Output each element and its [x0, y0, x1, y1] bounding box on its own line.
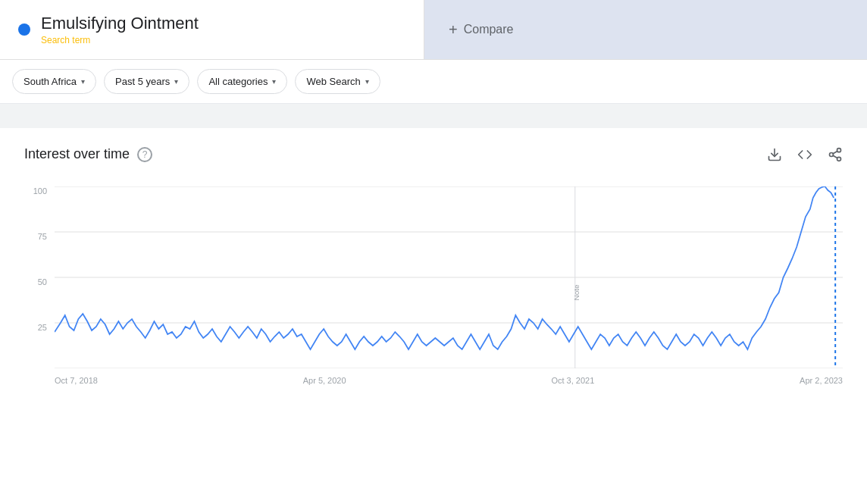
- category-filter[interactable]: All categories ▾: [197, 69, 287, 94]
- chart-section: Interest over time ?: [0, 128, 867, 403]
- y-label-50: 50: [38, 277, 52, 286]
- category-label: All categories: [208, 76, 268, 87]
- embed-icon[interactable]: [797, 147, 812, 162]
- y-label-75: 75: [38, 232, 52, 241]
- region-filter[interactable]: South Africa ▾: [12, 69, 96, 94]
- help-icon[interactable]: ?: [137, 147, 152, 162]
- region-chevron-icon: ▾: [81, 77, 85, 86]
- share-icon[interactable]: [828, 147, 843, 162]
- y-axis-labels: 100 75 50 25: [24, 186, 52, 368]
- x-label-2: Apr 5, 2020: [303, 376, 346, 385]
- svg-line-4: [833, 155, 837, 158]
- sub-bar: [0, 104, 867, 128]
- chart-area: 100 75 50 25 Note: [24, 186, 843, 391]
- search-term-dot: [18, 23, 30, 36]
- search-type-filter[interactable]: Web Search ▾: [295, 69, 380, 94]
- category-chevron-icon: ▾: [272, 77, 276, 86]
- chart-title-area: Interest over time ?: [24, 146, 152, 162]
- y-label-100: 100: [33, 186, 52, 196]
- chart-title: Interest over time: [24, 146, 130, 162]
- download-icon[interactable]: [767, 147, 782, 162]
- x-label-4: Apr 2, 2023: [800, 376, 843, 385]
- y-label-25: 25: [38, 323, 52, 332]
- term-name: Emulsifying Ointment: [41, 14, 199, 33]
- period-chevron-icon: ▾: [174, 77, 178, 86]
- top-bar: Emulsifying Ointment Search term + Compa…: [0, 0, 867, 60]
- term-info: Emulsifying Ointment Search term: [41, 14, 199, 45]
- term-label: Search term: [41, 35, 199, 45]
- x-label-1: Oct 7, 2018: [55, 376, 98, 385]
- search-term-card: Emulsifying Ointment Search term: [0, 0, 424, 59]
- period-label: Past 5 years: [115, 76, 170, 87]
- chart-svg: Note: [55, 186, 843, 368]
- svg-text:Note: Note: [572, 284, 581, 301]
- compare-plus-icon: +: [449, 21, 458, 39]
- search-type-chevron-icon: ▾: [365, 77, 369, 86]
- compare-label: Compare: [464, 23, 514, 36]
- x-label-3: Oct 3, 2021: [551, 376, 594, 385]
- x-axis-labels: Oct 7, 2018 Apr 5, 2020 Oct 3, 2021 Apr …: [55, 370, 843, 391]
- svg-line-5: [833, 151, 837, 153]
- filters-bar: South Africa ▾ Past 5 years ▾ All catego…: [0, 60, 867, 104]
- chart-actions: [767, 147, 843, 162]
- compare-button[interactable]: + Compare: [449, 21, 514, 39]
- period-filter[interactable]: Past 5 years ▾: [104, 69, 189, 94]
- region-label: South Africa: [23, 76, 77, 87]
- compare-area[interactable]: + Compare: [424, 0, 867, 59]
- search-type-label: Web Search: [306, 76, 360, 87]
- chart-plot: Note: [55, 186, 843, 368]
- chart-header: Interest over time ?: [24, 146, 843, 162]
